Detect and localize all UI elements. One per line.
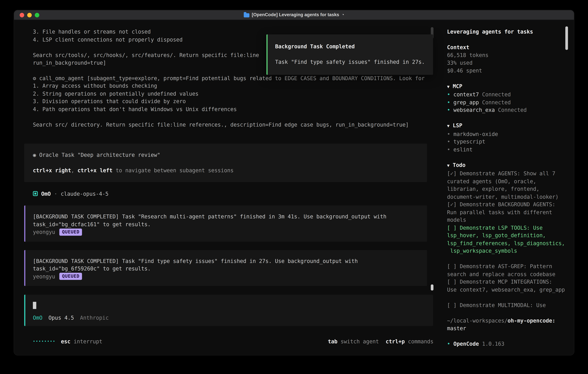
esc-hint: esc interrupt — [61, 338, 102, 345]
chevron-down-icon: ▼ — [447, 163, 450, 168]
selected-model: Opus 4.5 — [48, 314, 74, 322]
lsp-name: markdown-oxide — [453, 131, 498, 137]
window-titlebar[interactable]: [OpenCode] Leveraging agents for tasks ◔ — [14, 10, 574, 20]
todo-item: [✓] Demonstrate AGENTS: Show all 7 curat… — [447, 170, 564, 201]
context-heading: Context — [447, 43, 564, 51]
workspace-path-prefix: ~/local-workspaces/ — [447, 317, 508, 323]
app-version-footer: • OpenCode 1.0.163 — [447, 340, 564, 348]
message-author: yeongyu — [33, 228, 55, 236]
shortcut-ctrl-x-right: ctrl+x right — [33, 167, 71, 173]
mcp-name: websearch_exa — [453, 107, 495, 113]
message-meta: yeongyu QUEUED — [33, 228, 420, 236]
scrollbar-thumb[interactable] — [431, 284, 433, 291]
text-cursor — [33, 302, 36, 309]
chevron-down-icon: ▼ — [447, 84, 450, 89]
background-task-message: [BACKGROUND TASK COMPLETED] Task "Find t… — [24, 250, 427, 286]
window-title: [OpenCode] Leveraging agents for tasks ◔ — [14, 10, 574, 20]
lsp-item: • eslint — [447, 146, 564, 154]
lsp-section-header[interactable]: ▼ LSP — [447, 122, 564, 130]
background-task-toast: Background Task Completed Task "Find typ… — [266, 34, 433, 75]
message-text: [BACKGROUND TASK COMPLETED] Task "Find t… — [33, 257, 420, 272]
selected-agent: OmO — [33, 314, 42, 322]
mcp-name: context7 — [453, 91, 479, 97]
opencode-window: [OpenCode] Leveraging agents for tasks ◔… — [14, 10, 574, 355]
mcp-status: Connected — [482, 99, 511, 105]
model-selector[interactable]: OmO Opus 4.5 Anthropic — [33, 314, 426, 322]
tool-call-text: call_omo_agent [subagent_type=explore, p… — [33, 75, 425, 127]
message-author: yeongyu — [33, 272, 55, 280]
lsp-heading: LSP — [453, 122, 462, 128]
minimize-button[interactable] — [27, 13, 32, 17]
sidebar-scrollbar-thumb[interactable] — [565, 26, 568, 50]
shortcut-ctrl-x-left: ctrl+x left — [77, 167, 112, 173]
fullscreen-button[interactable] — [35, 13, 39, 17]
app-name: OpenCode — [453, 341, 479, 347]
tab-hint: tab switch agent — [328, 338, 379, 345]
queued-badge: QUEUED — [59, 229, 82, 236]
context-spent: $0.46 spent — [447, 67, 564, 74]
window-title-text: [OpenCode] Leveraging agents for tasks — [252, 11, 339, 19]
bullet-icon: • — [447, 341, 450, 347]
mcp-section-header[interactable]: ▼ MCP — [447, 82, 564, 91]
prompt-input[interactable]: OmO Opus 4.5 Anthropic — [24, 295, 433, 326]
sidebar: Leveraging agents for tasks Context 66,5… — [433, 20, 574, 355]
lsp-item: • typescript — [447, 138, 564, 146]
close-button[interactable] — [20, 13, 24, 17]
status-bar-right: tab switch agent ctrl+p commands — [328, 338, 433, 345]
tab-label: switch agent — [341, 338, 379, 344]
tab-key: tab — [328, 338, 337, 344]
bullet-icon: • — [447, 91, 450, 97]
agent-model: claude-opus-4-5 — [61, 190, 108, 197]
agent-header: OmO · claude-opus-4-5 — [33, 190, 433, 197]
lsp-name: typescript — [453, 139, 485, 145]
mcp-item: • websearch_exa Connected — [447, 106, 564, 114]
gear-icon: ⚙ — [33, 75, 36, 81]
chevron-down-icon: ▼ — [447, 124, 450, 128]
screen: [OpenCode] Leveraging agents for tasks ◔… — [0, 0, 588, 374]
message-meta: yeongyu QUEUED — [33, 272, 420, 280]
message-text: [BACKGROUND TASK COMPLETED] Task "Resear… — [33, 213, 420, 228]
todo-section-header[interactable]: ▼ Todo — [447, 161, 564, 170]
ctrl-p-key: ctrl+p — [386, 338, 405, 344]
agent-name: OmO — [41, 190, 51, 197]
todo-item: [ ] Demonstrate MCP INTEGRATIONS: Use co… — [447, 278, 564, 293]
subagent-navigation-hint: ctrl+x right, ctrl+x left to navigate be… — [33, 166, 418, 174]
esc-label: interrupt — [74, 338, 102, 344]
lsp-item: • markdown-oxide — [447, 130, 564, 138]
oracle-task-title: Oracle Task "Deep architecture review" — [36, 152, 160, 158]
bullet-icon: • — [447, 99, 450, 105]
todo-item: [✓] Demonstrate BACKGROUND AGENTS: Run p… — [447, 201, 564, 224]
tool-call-log: ⚙ call_omo_agent [subagent_type=explore,… — [33, 74, 426, 128]
mcp-heading: MCP — [453, 83, 462, 89]
omo-agent-icon — [33, 191, 38, 196]
workspace-repo: oh-my-opencode: — [508, 317, 555, 323]
workspace-branch: master — [447, 324, 564, 332]
mcp-status: Connected — [482, 91, 511, 97]
lsp-name: eslint — [453, 146, 472, 152]
spinner-dots: •••••••• — [33, 338, 56, 345]
mcp-name: grep_app — [453, 99, 479, 105]
oracle-task-title-row: ◉ Oracle Task "Deep architecture review" — [33, 151, 418, 159]
context-tokens: 66,518 tokens — [447, 51, 564, 59]
status-bar: •••••••• esc interrupt tab switch agent … — [33, 338, 433, 345]
commands-hint: ctrl+p commands — [386, 338, 433, 345]
folder-icon — [244, 13, 250, 17]
mcp-status: Connected — [498, 107, 527, 113]
mcp-item: • grep_app Connected — [447, 98, 564, 106]
todo-item: [ ] Demonstrate AST-GREP: Pattern search… — [447, 262, 564, 278]
esc-key: esc — [61, 338, 71, 344]
bullet-icon: • — [447, 107, 450, 113]
todo-item: [ ] Demonstrate LSP TOOLS: Use lsp_hover… — [447, 224, 564, 255]
background-task-message: [BACKGROUND TASK COMPLETED] Task "Resear… — [24, 206, 427, 241]
model-provider: Anthropic — [80, 314, 109, 322]
workspace-path: ~/local-workspaces/oh-my-opencode: — [447, 317, 564, 324]
todo-heading: Todo — [453, 162, 465, 168]
oracle-task-panel[interactable]: ◉ Oracle Task "Deep architecture review"… — [24, 144, 427, 182]
session-title: Leveraging agents for tasks — [447, 28, 564, 36]
todo-item: [ ] Demonstrate MULTIMODAL: Use — [447, 301, 564, 309]
separator-dot: · — [54, 190, 57, 197]
window-content: 3. File handles or streams not closed 4.… — [14, 20, 574, 355]
queued-badge: QUEUED — [59, 273, 82, 280]
mcp-item: • context7 Connected — [447, 91, 564, 98]
prompt-input-line[interactable] — [33, 301, 426, 309]
